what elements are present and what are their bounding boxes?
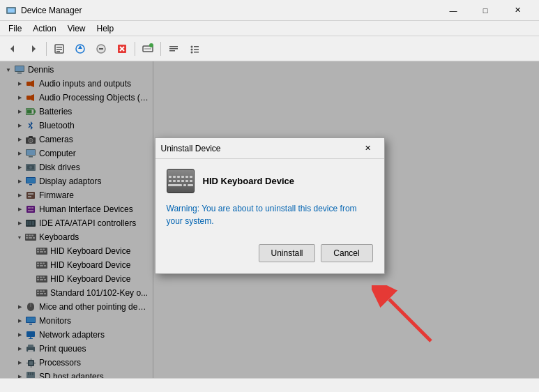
svg-rect-5 [56, 47, 62, 48]
svg-point-25 [191, 51, 193, 53]
main-area: ▼ Dennis ▶Audio inputs and outputs▶Audio… [0, 61, 539, 392]
uninstall-dialog: Uninstall Device ✕ [155, 137, 385, 274]
title-bar: Device Manager — □ ✕ [0, 0, 539, 21]
properties-button[interactable] [50, 39, 69, 59]
modal-overlay: Uninstall Device ✕ [0, 61, 539, 378]
svg-rect-22 [194, 46, 199, 47]
menu-action[interactable]: Action [27, 22, 61, 35]
dialog-buttons: Uninstall Cancel [167, 239, 373, 268]
dialog-close-button[interactable]: ✕ [358, 141, 379, 156]
svg-rect-24 [194, 49, 199, 50]
menu-view[interactable]: View [62, 22, 91, 35]
minimize-button[interactable]: — [437, 0, 469, 21]
menu-file[interactable]: File [3, 22, 27, 35]
svg-rect-18 [169, 46, 178, 47]
window-title: Device Manager [21, 6, 437, 15]
uninstall-button[interactable] [112, 39, 132, 59]
toolbar [0, 36, 539, 61]
toolbar-separator-1 [46, 42, 47, 56]
cancel-button[interactable]: Cancel [321, 244, 373, 262]
update-driver-button[interactable] [70, 39, 90, 59]
svg-rect-1 [8, 8, 15, 13]
svg-marker-2 [10, 45, 14, 52]
keyboard-device-icon [167, 169, 195, 193]
dialog-device-row: HID Keyboard Device [167, 170, 373, 191]
dialog-titlebar: Uninstall Device ✕ [155, 138, 384, 159]
back-button[interactable] [3, 39, 22, 59]
svg-rect-7 [56, 51, 60, 52]
window-controls: — □ ✕ [437, 0, 533, 21]
dialog-title: Uninstall Device [161, 144, 358, 153]
close-button[interactable]: ✕ [501, 0, 533, 21]
svg-point-17 [149, 43, 153, 47]
svg-rect-20 [169, 50, 175, 52]
action-menu-button[interactable] [164, 39, 183, 59]
svg-rect-19 [169, 48, 178, 50]
toolbar-separator-3 [160, 42, 161, 56]
scan-button[interactable] [138, 39, 158, 59]
dialog-device-icon [167, 170, 195, 191]
svg-point-21 [191, 45, 193, 47]
menu-help[interactable]: Help [91, 22, 120, 35]
dialog-body: HID Keyboard Device Warning: You are abo… [155, 159, 384, 273]
uninstall-confirm-button[interactable]: Uninstall [259, 244, 314, 262]
svg-rect-16 [144, 48, 151, 50]
toolbar-separator-2 [135, 42, 135, 56]
svg-marker-9 [78, 45, 82, 49]
disable-button[interactable] [91, 39, 111, 59]
dialog-device-name: HID Keyboard Device [203, 176, 295, 186]
svg-marker-3 [32, 45, 36, 52]
svg-rect-6 [56, 49, 62, 50]
view-menu-button[interactable] [185, 39, 204, 59]
svg-point-23 [191, 48, 193, 50]
maximize-button[interactable]: □ [469, 0, 501, 21]
forward-button[interactable] [24, 39, 43, 59]
menu-bar: File Action View Help [0, 21, 539, 36]
svg-rect-26 [194, 52, 199, 53]
dialog-warning-text: Warning: You are about to uninstall this… [167, 202, 373, 227]
status-bar [0, 378, 539, 392]
app-icon [6, 5, 17, 16]
